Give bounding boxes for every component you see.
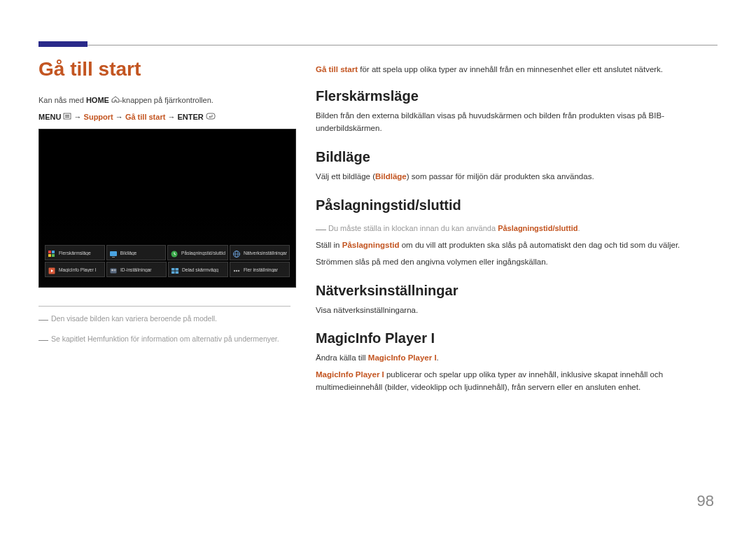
- menu-item-natverk[interactable]: Nätverksinställningar: [230, 245, 290, 260]
- right-column: Gå till start för att spela upp olika ty…: [316, 58, 718, 398]
- arrow1: →: [74, 113, 82, 121]
- bc-menu: MENU: [38, 113, 61, 121]
- svg-rect-4: [206, 113, 215, 119]
- menu-label: Påslagningstid/sluttid: [181, 251, 225, 255]
- paslag-note: ―Du måste ställa in klockan innan du kan…: [316, 219, 718, 235]
- menu-item-flerskarm[interactable]: Flerskärmsläge: [45, 245, 105, 260]
- content-columns: Gå till start Kan nås med HOME -knappen …: [38, 58, 718, 398]
- menu-label: ID-inställningar: [120, 267, 152, 272]
- menu-label: Delad skärmvägg: [182, 267, 218, 272]
- monitor-icon: [109, 248, 118, 257]
- svg-rect-7: [48, 254, 51, 257]
- section-body-flerskarm: Bilden från den externa bildkällan visas…: [316, 110, 718, 135]
- bc-support: Support: [84, 113, 113, 121]
- svg-point-24: [234, 270, 235, 272]
- menu-row-1: Flerskärmsläge Bildläge Påslagningstid/s…: [45, 245, 290, 260]
- accent-marker: [38, 41, 88, 47]
- svg-rect-20: [172, 268, 175, 271]
- breadcrumb: MENU → Support → Gå till start → ENTER: [38, 111, 296, 124]
- bc-enter: ENTER: [177, 113, 203, 121]
- enter-icon: [206, 112, 216, 123]
- svg-point-26: [238, 270, 239, 272]
- section-title-flerskarm: Flerskärmsläge: [316, 88, 718, 104]
- menu-label: MagicInfo Player I: [59, 267, 97, 272]
- svg-rect-22: [172, 272, 175, 274]
- page-number: 98: [697, 492, 714, 510]
- footnotes: ―Den visade bilden kan variera beroende …: [38, 306, 290, 346]
- svg-point-17: [111, 269, 113, 271]
- svg-point-25: [236, 270, 237, 272]
- menu-label: Fler inställningar: [244, 267, 278, 272]
- svg-rect-9: [110, 251, 117, 256]
- menu-item-bildlage[interactable]: Bildläge: [106, 245, 167, 260]
- clock-icon: [170, 248, 178, 257]
- home-icon: [111, 95, 120, 106]
- section-title-magicinfo: MagicInfo Player I: [316, 330, 718, 346]
- svg-rect-23: [176, 272, 179, 274]
- footnote-1: ―Den visade bilden kan variera beroende …: [38, 311, 290, 325]
- menu-item-paslag[interactable]: Påslagningstid/sluttid: [167, 245, 228, 260]
- section-body-natverk: Visa nätverksinställningarna.: [316, 304, 718, 317]
- menu-row-2: MagicInfo Player I ID-inställningar Dela…: [45, 262, 290, 277]
- bc-goto: Gå till start: [125, 113, 165, 121]
- menu-label: Nätverksinställningar: [244, 251, 287, 255]
- menu-icon: [63, 112, 71, 123]
- svg-rect-18: [114, 269, 116, 270]
- network-icon: [232, 248, 241, 257]
- menu-grid: Flerskärmsläge Bildläge Påslagningstid/s…: [45, 245, 290, 279]
- section-title-paslag: Påslagningstid/sluttid: [316, 197, 718, 213]
- intro-strong: Gå till start: [316, 65, 358, 73]
- wall-icon: [171, 265, 179, 274]
- home-label: HOME: [86, 96, 109, 104]
- intro-rest: för att spela upp olika typer av innehål…: [358, 65, 663, 73]
- access-instructions: Kan nås med HOME -knappen på fjärrkontro…: [38, 94, 296, 107]
- section-title-natverk: Nätverksinställningar: [316, 283, 718, 299]
- section-body-paslag: ―Du måste ställa in klockan innan du kan…: [316, 219, 718, 269]
- menu-item-magicinfo[interactable]: MagicInfo Player I: [45, 262, 105, 277]
- menu-item-id[interactable]: ID-inställningar: [106, 262, 167, 277]
- intro-line: Gå till start för att spela upp olika ty…: [316, 64, 718, 76]
- access-post: -knappen på fjärrkontrollen.: [120, 96, 214, 104]
- arrow2: →: [115, 113, 123, 121]
- section-title-bildlage: Bildläge: [316, 149, 718, 165]
- section-body-magicinfo: Ändra källa till MagicInfo Player I. Mag…: [316, 352, 718, 393]
- id-icon: [109, 265, 118, 274]
- page-title: Gå till start: [38, 58, 296, 80]
- svg-rect-21: [176, 268, 179, 271]
- svg-rect-8: [52, 254, 55, 257]
- menu-item-skarmvagg[interactable]: Delad skärmvägg: [168, 262, 228, 277]
- play-icon: [48, 265, 56, 274]
- section-body-bildlage: Välj ett bildläge (Bildläge) som passar …: [316, 171, 718, 183]
- screenshot-preview: Flerskärmsläge Bildläge Påslagningstid/s…: [38, 129, 296, 288]
- menu-label: Flerskärmsläge: [59, 251, 91, 255]
- top-divider: [38, 45, 718, 45]
- svg-rect-5: [48, 251, 51, 253]
- arrow3: →: [167, 113, 175, 121]
- access-pre: Kan nås med: [38, 96, 86, 104]
- grid-icon: [48, 248, 56, 257]
- svg-rect-10: [112, 257, 115, 258]
- left-column: Gå till start Kan nås med HOME -knappen …: [38, 58, 296, 398]
- menu-label: Bildläge: [120, 251, 137, 255]
- more-icon: [232, 265, 241, 274]
- svg-rect-19: [114, 271, 116, 272]
- menu-item-fler[interactable]: Fler inställningar: [230, 262, 290, 277]
- svg-rect-6: [52, 251, 55, 253]
- footnote-2: ―Se kapitlet Hemfunktion för information…: [38, 331, 290, 346]
